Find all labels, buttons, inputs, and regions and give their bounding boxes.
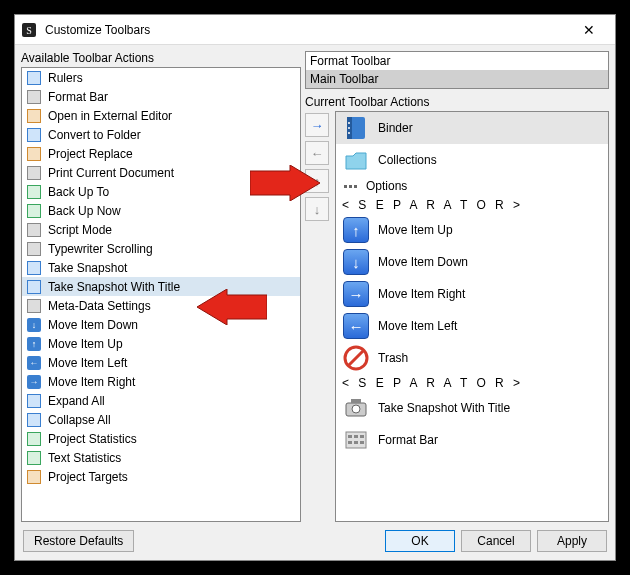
toolbar-option[interactable]: Main Toolbar [306,70,608,88]
available-item[interactable]: Back Up To [22,182,300,201]
move-down-button[interactable]: ↓ [305,197,329,221]
current-item[interactable]: Options [336,176,608,196]
svg-rect-18 [360,435,364,438]
current-item-label: Move Item Right [378,287,465,301]
proj-stats-icon [26,431,42,447]
cancel-button[interactable]: Cancel [461,530,531,552]
available-item-label: Take Snapshot With Title [48,280,180,294]
typewriter-icon [26,241,42,257]
available-item[interactable]: Script Mode [22,220,300,239]
title-bar: S Customize Toolbars ✕ [15,15,615,45]
print-icon [26,165,42,181]
format-bar-icon [26,89,42,105]
add-button[interactable]: → [305,113,329,137]
binder-icon [342,114,370,142]
snapshot-title-icon [342,394,370,422]
arrow-up-icon: ↑ [342,216,370,244]
current-item[interactable]: Binder [336,112,608,144]
available-item[interactable]: Take Snapshot With Title [22,277,300,296]
available-item[interactable]: Print Current Document [22,163,300,182]
available-item-label: Project Targets [48,470,128,484]
current-item[interactable]: Format Bar [336,424,608,456]
available-item-label: Format Bar [48,90,108,104]
move-right-icon: → [26,374,42,390]
available-item-label: Move Item Right [48,375,135,389]
current-list[interactable]: BinderCollectionsOptions< S E P A R A T … [335,111,609,522]
move-up-button[interactable]: ↑ [305,169,329,193]
options-icon [342,178,358,194]
svg-rect-8 [349,185,352,188]
remove-button[interactable]: ← [305,141,329,165]
backup-now-icon [26,203,42,219]
available-item[interactable]: ↑Move Item Up [22,334,300,353]
current-label: Current Toolbar Actions [305,95,609,109]
apply-button[interactable]: Apply [537,530,607,552]
svg-rect-20 [354,441,358,444]
right-panel: Format ToolbarMain Toolbar Current Toolb… [305,51,609,522]
arrow-left-icon: ← [342,312,370,340]
convert-folder-icon [26,127,42,143]
current-item-label: Format Bar [378,433,438,447]
current-item-label: Move Item Left [378,319,457,333]
current-item-label: Take Snapshot With Title [378,401,510,415]
available-item-label: Meta-Data Settings [48,299,151,313]
svg-text:S: S [26,25,32,36]
available-item[interactable]: Rulers [22,68,300,87]
current-item[interactable]: ↓Move Item Down [336,246,608,278]
snapshot-title-icon [26,279,42,295]
available-item[interactable]: Collapse All [22,410,300,429]
separator-item[interactable]: < S E P A R A T O R > [336,196,608,214]
available-item-label: Move Item Left [48,356,127,370]
available-item[interactable]: →Move Item Right [22,372,300,391]
available-item[interactable]: Expand All [22,391,300,410]
rulers-icon [26,70,42,86]
available-item[interactable]: ←Move Item Left [22,353,300,372]
available-item[interactable]: Convert to Folder [22,125,300,144]
available-item-label: Take Snapshot [48,261,127,275]
current-item[interactable]: Trash [336,342,608,374]
available-item[interactable]: Back Up Now [22,201,300,220]
available-panel: Available Toolbar Actions RulersFormat B… [21,51,301,522]
available-item-label: Project Replace [48,147,133,161]
available-item[interactable]: Project Statistics [22,429,300,448]
svg-rect-21 [360,441,364,444]
available-item-label: Project Statistics [48,432,137,446]
svg-rect-17 [354,435,358,438]
available-item-label: Back Up To [48,185,109,199]
close-button[interactable]: ✕ [569,16,609,44]
window-title: Customize Toolbars [45,23,569,37]
svg-rect-15 [346,432,366,448]
available-item[interactable]: Project Targets [22,467,300,486]
toolbar-select[interactable]: Format ToolbarMain Toolbar [305,51,609,89]
separator-item[interactable]: < S E P A R A T O R > [336,374,608,392]
available-list[interactable]: RulersFormat BarOpen in External EditorC… [21,67,301,522]
available-item[interactable]: Typewriter Scrolling [22,239,300,258]
current-item[interactable]: ←Move Item Left [336,310,608,342]
backup-to-icon [26,184,42,200]
available-item[interactable]: Open in External Editor [22,106,300,125]
svg-rect-7 [344,185,347,188]
svg-point-4 [348,122,350,124]
available-item-label: Typewriter Scrolling [48,242,153,256]
move-buttons: → ← ↑ ↓ [305,111,331,522]
available-item[interactable]: Project Replace [22,144,300,163]
available-item[interactable]: ↓Move Item Down [22,315,300,334]
collections-icon [342,146,370,174]
current-item-label: Collections [378,153,437,167]
available-item[interactable]: Meta-Data Settings [22,296,300,315]
available-item[interactable]: Text Statistics [22,448,300,467]
current-item[interactable]: →Move Item Right [336,278,608,310]
svg-rect-16 [348,435,352,438]
available-item[interactable]: Take Snapshot [22,258,300,277]
toolbar-option[interactable]: Format Toolbar [306,52,608,70]
ok-button[interactable]: OK [385,530,455,552]
current-item-label: Trash [378,351,408,365]
current-item[interactable]: ↑Move Item Up [336,214,608,246]
restore-defaults-button[interactable]: Restore Defaults [23,530,134,552]
current-item[interactable]: Take Snapshot With Title [336,392,608,424]
current-item[interactable]: Collections [336,144,608,176]
dialog-body: Available Toolbar Actions RulersFormat B… [15,45,615,522]
app-icon: S [21,22,37,38]
available-item[interactable]: Format Bar [22,87,300,106]
arrow-down-icon: ↓ [342,248,370,276]
